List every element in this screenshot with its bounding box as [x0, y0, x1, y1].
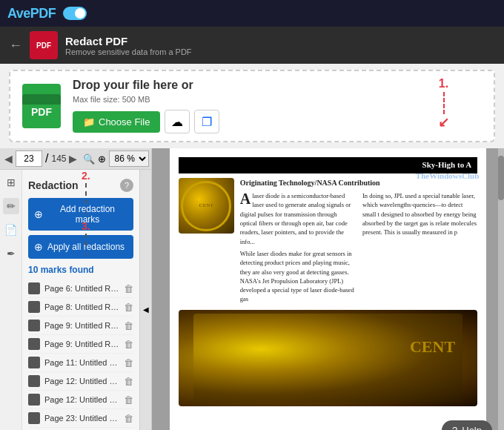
item-checkbox-6[interactable]: [28, 375, 40, 387]
pdf-col-2: In doing so, JPL used a special tunable …: [362, 191, 477, 304]
sidebar-help-icon[interactable]: ?: [120, 179, 133, 192]
page-number-input[interactable]: [16, 150, 42, 167]
upload-heading: Drop your file here or: [73, 79, 482, 92]
pdf-viewer[interactable]: Sky-High to A TheWindowsClub CENT: [152, 148, 504, 430]
panel-collapse-button[interactable]: ◀: [139, 170, 151, 430]
col2-text: In doing so, JPL used a special tunable …: [362, 191, 477, 237]
pdf-text-area: Originating Technology/NASA Contribution…: [240, 178, 478, 304]
item-name-4: Page 9: Untitled Red...: [44, 340, 119, 348]
item-name-3: Page 9: Untitled Red...: [44, 321, 119, 330]
tool-title: Redact PDF: [65, 35, 192, 47]
redaction-title: Redaction: [28, 179, 79, 191]
delete-icon-5[interactable]: 🗑: [124, 357, 133, 368]
item-checkbox-3[interactable]: [28, 320, 40, 331]
choose-file-button[interactable]: 📁 Choose File: [73, 111, 160, 133]
step2-label: 2.: [82, 170, 90, 182]
step1-annotation: 1. ↙: [438, 77, 449, 130]
coin-bottom-image: CENT: [179, 310, 478, 406]
page-total: 145: [51, 153, 66, 164]
upload-text-area: Drop your file here or Max file size: 50…: [73, 79, 482, 133]
list-item: Page 6: Untitled Red... 🗑: [28, 280, 133, 298]
apply-redaction-button[interactable]: ⊕ Apply all redactions: [28, 235, 133, 259]
cloud-icon: ☁: [171, 115, 183, 129]
pdf-page: Sky-High to A TheWindowsClub CENT: [170, 148, 487, 430]
sidebar-icon-page[interactable]: 📄: [3, 222, 19, 238]
help-label: Help: [462, 425, 482, 430]
delete-icon-3[interactable]: 🗑: [124, 320, 133, 331]
main-content: ◀ / 145 ▶ 🔍 ⊕ 86 % ▦ ⊞ ✏ 📄 ✒ 2.: [0, 148, 504, 430]
next-page-button[interactable]: ▶: [69, 153, 77, 165]
col1-para2: While laser diodes make for great sensor…: [240, 249, 355, 304]
list-item: Page 23: Untitled Re... 🗑: [28, 409, 133, 428]
list-item: Page 9: Untitled Red... 🗑: [28, 317, 133, 335]
list-item: Page 12: Untitled Re... 🗑: [28, 372, 133, 391]
add-redaction-button[interactable]: ⊕ Add redaction marks: [28, 198, 133, 231]
item-checkbox-8[interactable]: [28, 412, 40, 424]
header-section: ← PDF Redact PDF Remove sensitive data f…: [0, 27, 504, 64]
zoom-select[interactable]: 86 %: [109, 150, 149, 167]
choose-file-label: Choose File: [99, 116, 150, 128]
left-panel: ◀ / 145 ▶ 🔍 ⊕ 86 % ▦ ⊞ ✏ 📄 ✒ 2.: [0, 148, 152, 430]
item-checkbox-4[interactable]: [28, 338, 40, 350]
coin-image-area: CENT: [179, 178, 234, 234]
step3-label: 3.: [82, 220, 90, 232]
google-drive-button[interactable]: ☁: [165, 110, 190, 133]
item-checkbox-2[interactable]: [28, 301, 40, 313]
item-name-1: Page 6: Untitled Red...: [44, 284, 119, 293]
delete-icon-8[interactable]: 🗑: [124, 413, 133, 424]
col1-text: laser diode is a semiconductor-based las…: [240, 192, 351, 245]
delete-icon-2[interactable]: 🗑: [124, 302, 133, 313]
item-name-7: Page 12: Untitled Re...: [44, 395, 119, 404]
marks-found-count: 10 marks found: [28, 265, 133, 275]
item-checkbox-5[interactable]: [28, 357, 40, 368]
folder-icon: 📁: [83, 116, 95, 128]
delete-icon-1[interactable]: 🗑: [124, 283, 133, 294]
logo-part2: PDF: [30, 6, 56, 21]
watermark: TheWindowsClub: [416, 171, 479, 182]
pdf-content: Sky-High to A TheWindowsClub CENT: [170, 148, 487, 415]
dropcap: A: [240, 191, 251, 206]
redaction-header: Redaction ?: [28, 179, 133, 192]
logo-part1: Ave: [7, 6, 30, 21]
scrollbar-thumb[interactable]: [498, 156, 504, 200]
item-name-2: Page 8: Untitled Red...: [44, 302, 119, 311]
delete-icon-7[interactable]: 🗑: [124, 394, 133, 406]
list-item: Page 11: Untitled Re... 🗑: [28, 354, 133, 372]
add-redaction-icon: ⊕: [34, 208, 43, 220]
list-item: Page 12: Untitled Re... 🗑: [28, 391, 133, 409]
pdf-body: CENT Originating Technology/NASA Contrib…: [179, 178, 478, 304]
coin-image: CENT: [179, 178, 234, 234]
zoom-search-icon[interactable]: ⊕: [98, 153, 106, 165]
sidebar-icon-grid[interactable]: ⊞: [3, 174, 19, 191]
step3-annotation: 3. ↓: [82, 220, 90, 259]
help-button[interactable]: ? Help: [442, 420, 492, 430]
pdf-columns: A laser diode is a semiconductor-based l…: [240, 191, 478, 304]
upload-area: PDF Drop your file here or Max file size…: [9, 70, 495, 142]
step2-annotation: 2. ↓: [82, 170, 90, 217]
item-checkbox-7[interactable]: [28, 394, 40, 406]
item-name-5: Page 11: Untitled Re...: [44, 358, 119, 367]
pdf-file-icon: PDF: [22, 84, 61, 128]
dropbox-icon: ❐: [202, 115, 212, 129]
back-button[interactable]: ←: [9, 38, 22, 53]
prev-page-button[interactable]: ◀: [4, 153, 13, 165]
tool-info: Redact PDF Remove sensitive data from a …: [65, 35, 192, 56]
list-item: Page 8: Untitled Red... 🗑: [28, 298, 133, 317]
delete-icon-6[interactable]: 🗑: [124, 376, 133, 387]
scrollbar[interactable]: [498, 148, 504, 430]
upload-buttons: 📁 Choose File ☁ ❐: [73, 110, 482, 133]
item-name-8: Page 23: Untitled Re...: [44, 414, 119, 423]
item-checkbox-1[interactable]: [28, 282, 40, 294]
dropbox-button[interactable]: ❐: [194, 110, 219, 133]
search-icon[interactable]: 🔍: [83, 153, 95, 165]
pdf-toolbar: ◀ / 145 ▶ 🔍 ⊕ 86 % ▦: [0, 148, 151, 170]
sidebar-icon-pencil[interactable]: ✒: [3, 245, 19, 262]
pdf-header-text: Sky-High to A: [422, 159, 478, 171]
tool-abbr: PDF: [36, 42, 51, 50]
delete-icon-4[interactable]: 🗑: [124, 339, 133, 350]
top-bar: AvePDF: [0, 0, 504, 27]
sidebar-icon-redact[interactable]: ✏: [3, 198, 19, 214]
tool-subtitle: Remove sensitive data from a PDF: [65, 47, 192, 56]
toggle-switch[interactable]: [63, 7, 87, 20]
pdf-col-1: A laser diode is a semiconductor-based l…: [240, 191, 355, 304]
